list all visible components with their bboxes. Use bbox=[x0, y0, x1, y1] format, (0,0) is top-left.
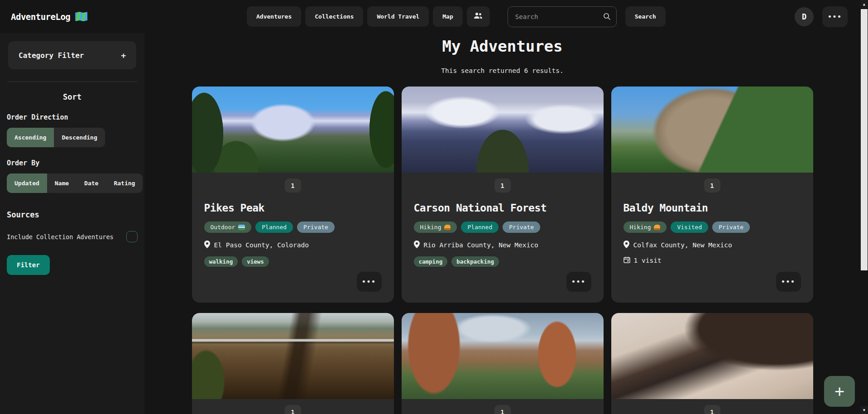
card-body: Baldy Mountain Hiking Visited Private Co… bbox=[611, 202, 813, 265]
order-by-label: Order By bbox=[7, 159, 138, 167]
tag-views: views bbox=[242, 256, 269, 267]
adventure-photo-pikes-peak bbox=[192, 87, 394, 173]
orderby-option-date[interactable]: Date bbox=[77, 173, 106, 193]
page-scrollbar[interactable]: ▲ ▼ bbox=[860, 0, 868, 414]
avatar[interactable]: D bbox=[795, 7, 814, 26]
search-input[interactable] bbox=[508, 6, 617, 27]
category-badge: Hiking bbox=[414, 221, 457, 233]
visibility-badge: Private bbox=[297, 221, 335, 233]
nav-link-collections[interactable]: Collections bbox=[305, 6, 363, 27]
users-button[interactable] bbox=[467, 6, 490, 27]
card-more-button[interactable]: ••• bbox=[357, 272, 382, 292]
category-label: Hiking bbox=[630, 224, 651, 231]
tag-row: walkingviews bbox=[204, 256, 382, 267]
category-filter-toggle[interactable]: Category Filter + bbox=[8, 41, 136, 69]
adventure-title: Carson National Forest bbox=[414, 202, 591, 214]
order-direction-segmented: AscendingDescending bbox=[7, 128, 105, 147]
location-text: El Paso County, Colorado bbox=[214, 241, 309, 249]
plus-icon: + bbox=[121, 51, 126, 60]
sidebar-divider bbox=[7, 82, 137, 82]
adventure-title: Baldy Mountain bbox=[623, 202, 801, 214]
location-row: Rio Arriba County, New Mexico bbox=[414, 241, 591, 250]
adventure-photo-sand-dunes bbox=[611, 313, 813, 399]
category-filter-label: Category Filter bbox=[19, 51, 84, 60]
category-emoji-icon bbox=[238, 225, 245, 230]
sources-heading: Sources bbox=[7, 210, 138, 219]
nav-links: AdventuresCollectionsWorld TravelMap bbox=[247, 6, 463, 27]
status-badge: Visited bbox=[671, 221, 708, 233]
location-pin-icon bbox=[204, 241, 210, 250]
calendar-icon bbox=[623, 256, 630, 265]
scrollbar-up-arrow[interactable]: ▲ bbox=[860, 0, 868, 8]
category-label: Hiking bbox=[420, 224, 441, 231]
app-logo[interactable]: AdventureLog bbox=[11, 0, 87, 33]
adventure-card-baldy-mountain[interactable]: 1 Baldy Mountain Hiking Visited Private … bbox=[611, 87, 813, 303]
status-badge: Planned bbox=[461, 221, 499, 233]
location-pin-icon bbox=[414, 241, 420, 250]
nav-link-map[interactable]: Map bbox=[433, 6, 462, 27]
category-emoji-icon bbox=[444, 225, 451, 230]
category-badge: Hiking bbox=[623, 221, 667, 233]
sort-heading: Sort bbox=[7, 92, 138, 101]
visibility-badge: Private bbox=[712, 221, 750, 233]
include-collections-row: Include Collection Adventures bbox=[7, 231, 138, 242]
adventure-photo-garden-of-gods bbox=[402, 313, 604, 399]
visibility-badge: Private bbox=[503, 221, 540, 233]
category-badge: Outdoor bbox=[204, 221, 252, 233]
card-more-button[interactable]: ••• bbox=[776, 272, 801, 292]
badge-row: Outdoor Planned Private bbox=[204, 221, 382, 233]
visit-count-text: 1 visit bbox=[634, 257, 662, 264]
adventure-card-pikes-peak[interactable]: 1 Pikes Peak Outdoor Planned Private El … bbox=[192, 87, 394, 303]
page-title: My Adventures bbox=[144, 37, 860, 55]
adventure-photo-royal-gorge bbox=[192, 313, 394, 399]
card-more-button[interactable]: ••• bbox=[566, 272, 591, 292]
orderby-option-name[interactable]: Name bbox=[47, 173, 77, 193]
image-count-badge: 1 bbox=[704, 405, 720, 414]
orderby-option-updated[interactable]: Updated bbox=[7, 173, 47, 193]
visit-row: 1 visit bbox=[623, 256, 801, 265]
category-emoji-icon bbox=[654, 225, 660, 230]
results-count-text: This search returned 6 results. bbox=[144, 67, 860, 74]
category-label: Outdoor bbox=[211, 224, 235, 231]
scrollbar-down-arrow[interactable]: ▼ bbox=[860, 406, 868, 414]
nav-link-adventures[interactable]: Adventures bbox=[247, 6, 301, 27]
image-count-badge: 1 bbox=[285, 178, 301, 193]
include-collections-checkbox[interactable] bbox=[126, 231, 138, 242]
people-icon bbox=[474, 12, 483, 21]
image-count-badge: 1 bbox=[704, 178, 720, 193]
adventure-card[interactable]: 1 bbox=[611, 313, 813, 414]
top-navbar: AdventureLog AdventuresCollectionsWorld … bbox=[0, 0, 860, 33]
nav-center-group: AdventuresCollectionsWorld TravelMap Sea… bbox=[247, 0, 666, 33]
adventure-card-carson-national-forest[interactable]: 1 Carson National Forest Hiking Planned … bbox=[402, 87, 604, 303]
location-row: El Paso County, Colorado bbox=[204, 241, 382, 250]
filter-button[interactable]: Filter bbox=[7, 255, 50, 275]
image-count-badge: 1 bbox=[285, 405, 301, 414]
main-content: My Adventures This search returned 6 res… bbox=[144, 33, 860, 414]
direction-option-ascending[interactable]: Ascending bbox=[7, 128, 54, 147]
nav-link-world-travel[interactable]: World Travel bbox=[367, 6, 429, 27]
image-count-badge: 1 bbox=[494, 178, 511, 193]
navbar-more-button[interactable]: ••• bbox=[822, 6, 848, 27]
tag-camping: camping bbox=[414, 256, 448, 267]
location-pin-icon bbox=[623, 241, 629, 250]
include-collections-label: Include Collection Adventures bbox=[7, 233, 114, 241]
adventure-grid: 1 Pikes Peak Outdoor Planned Private El … bbox=[192, 87, 813, 414]
search-icon bbox=[603, 13, 611, 22]
adventure-card[interactable]: 1 bbox=[402, 313, 604, 414]
direction-option-descending[interactable]: Descending bbox=[54, 128, 105, 147]
adventure-card[interactable]: 1 bbox=[192, 313, 394, 414]
adventure-photo-carson-forest bbox=[402, 87, 604, 173]
nav-right-group: D ••• bbox=[795, 0, 848, 33]
app-logo-text: AdventureLog bbox=[11, 12, 70, 22]
badge-row: Hiking Planned Private bbox=[414, 221, 591, 233]
order-by-segmented: UpdatedNameDateRating bbox=[7, 173, 143, 193]
card-body: Carson National Forest Hiking Planned Pr… bbox=[402, 202, 604, 267]
search-button[interactable]: Search bbox=[625, 6, 666, 27]
order-direction-label: Order Direction bbox=[7, 113, 138, 121]
search-wrap bbox=[508, 6, 617, 27]
scrollbar-thumb[interactable] bbox=[861, 9, 868, 270]
add-adventure-button[interactable]: + bbox=[824, 376, 855, 407]
status-badge: Planned bbox=[255, 221, 293, 233]
tag-row: campingbackpacking bbox=[414, 256, 591, 267]
orderby-option-rating[interactable]: Rating bbox=[106, 173, 143, 193]
